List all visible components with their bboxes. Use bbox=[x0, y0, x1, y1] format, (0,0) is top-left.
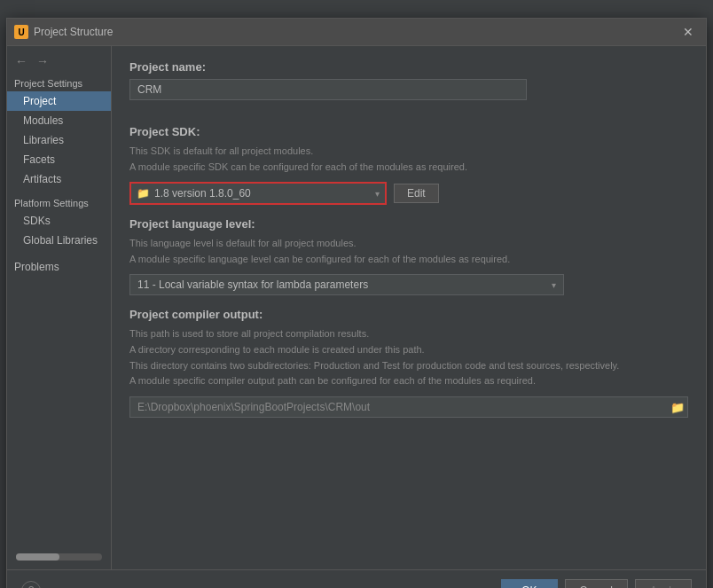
sdk-folder-icon: 📁 bbox=[137, 187, 150, 200]
help-button[interactable]: ? bbox=[21, 581, 41, 588]
ok-button[interactable]: OK bbox=[501, 579, 557, 588]
titlebar: U Project Structure ✕ bbox=[7, 19, 706, 46]
sdk-row: 📁 1.8 version 1.8.0_60 ▾ Edit bbox=[129, 182, 688, 205]
project-sdk-label: Project SDK: bbox=[129, 125, 688, 138]
close-button[interactable]: ✕ bbox=[678, 23, 699, 41]
sidebar-item-modules[interactable]: Modules bbox=[7, 111, 111, 130]
main-content: ← → Project Settings Project Modules Lib… bbox=[7, 46, 706, 569]
sidebar-item-project[interactable]: Project bbox=[7, 91, 111, 111]
project-settings-label: Project Settings bbox=[7, 73, 111, 91]
sidebar-item-problems[interactable]: Problems bbox=[7, 257, 111, 277]
platform-settings-label: Platform Settings bbox=[7, 189, 111, 211]
sidebar-item-global-libraries[interactable]: Global Libraries bbox=[7, 231, 111, 250]
forward-button[interactable]: → bbox=[34, 53, 51, 69]
right-panel: Project name: Project SDK: This SDK is d… bbox=[112, 46, 706, 569]
project-name-section: Project name: bbox=[129, 60, 688, 113]
sdk-select-box[interactable]: 📁 1.8 version 1.8.0_60 ▾ bbox=[129, 182, 387, 205]
compiler-output-input[interactable] bbox=[129, 396, 688, 418]
lang-value-label: 11 - Local variable syntax for lambda pa… bbox=[137, 278, 368, 291]
sidebar-item-libraries[interactable]: Libraries bbox=[7, 130, 111, 150]
compiler-output-section: Project compiler output: This path is us… bbox=[129, 308, 688, 417]
sdk-desc: This SDK is default for all project modu… bbox=[129, 144, 688, 175]
project-name-input[interactable] bbox=[129, 79, 527, 100]
sidebar: ← → Project Settings Project Modules Lib… bbox=[7, 46, 112, 569]
nav-back-row: ← → bbox=[7, 50, 111, 73]
app-icon: U bbox=[14, 25, 28, 39]
compiler-input-wrap: 📁 bbox=[129, 396, 688, 418]
project-sdk-section: Project SDK: This SDK is default for all… bbox=[129, 125, 688, 205]
compiler-output-label: Project compiler output: bbox=[129, 308, 688, 321]
sidebar-item-facets[interactable]: Facets bbox=[7, 150, 111, 169]
project-language-label: Project language level: bbox=[129, 217, 688, 231]
sdk-chevron-icon: ▾ bbox=[375, 189, 380, 199]
lang-desc: This language level is default for all p… bbox=[129, 236, 688, 267]
cancel-button[interactable]: Cancel bbox=[565, 579, 628, 588]
dialog-title: Project Structure bbox=[34, 26, 678, 38]
bottom-bar: ? OK Cancel Apply bbox=[7, 569, 706, 588]
edit-sdk-button[interactable]: Edit bbox=[394, 184, 439, 203]
project-language-section: Project language level: This language le… bbox=[129, 217, 688, 295]
compiler-output-row: 📁 bbox=[129, 396, 688, 418]
scrollbar-track[interactable] bbox=[16, 553, 102, 561]
back-button[interactable]: ← bbox=[12, 53, 30, 69]
scrollbar-thumb[interactable] bbox=[16, 553, 59, 561]
sdk-select-wrapper: 📁 1.8 version 1.8.0_60 ▾ bbox=[129, 182, 387, 205]
project-name-label: Project name: bbox=[129, 60, 688, 74]
sidebar-item-artifacts[interactable]: Artifacts bbox=[7, 169, 111, 189]
project-structure-dialog: U Project Structure ✕ ← → Project Settin… bbox=[6, 18, 707, 588]
compiler-folder-button[interactable]: 📁 bbox=[670, 400, 685, 413]
action-buttons: OK Cancel Apply bbox=[501, 579, 692, 588]
lang-chevron-icon: ▾ bbox=[552, 280, 556, 290]
language-select-box[interactable]: 11 - Local variable syntax for lambda pa… bbox=[129, 274, 564, 295]
compiler-desc: This path is used to store all project c… bbox=[129, 326, 688, 388]
sidebar-scrollbar bbox=[7, 277, 111, 569]
apply-button[interactable]: Apply bbox=[635, 579, 692, 588]
sdk-value-label: 1.8 version 1.8.0_60 bbox=[154, 187, 251, 200]
sidebar-item-sdks[interactable]: SDKs bbox=[7, 211, 111, 231]
